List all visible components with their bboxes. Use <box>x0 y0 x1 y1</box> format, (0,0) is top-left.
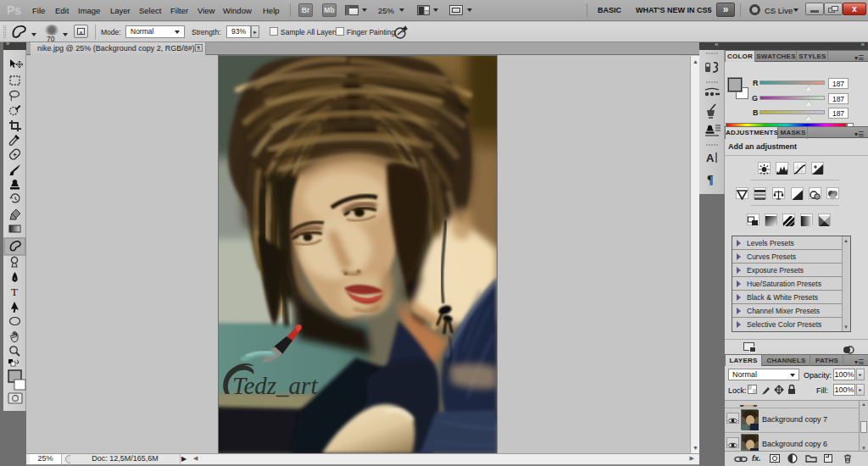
svg-text:A: A <box>706 152 715 164</box>
svg-text:T: T <box>11 286 18 298</box>
svg-text:¶: ¶ <box>707 174 714 186</box>
svg-text:Tedz_art: Tedz_art <box>232 372 318 399</box>
